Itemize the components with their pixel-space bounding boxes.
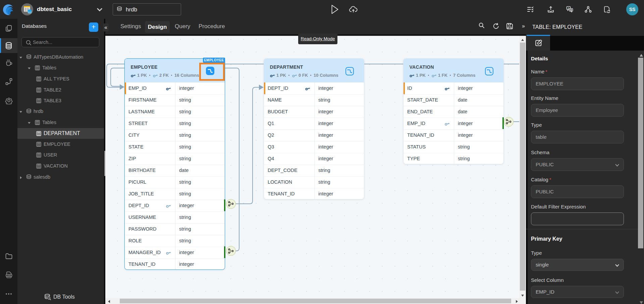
svg-text:LOG: LOG xyxy=(7,275,11,277)
